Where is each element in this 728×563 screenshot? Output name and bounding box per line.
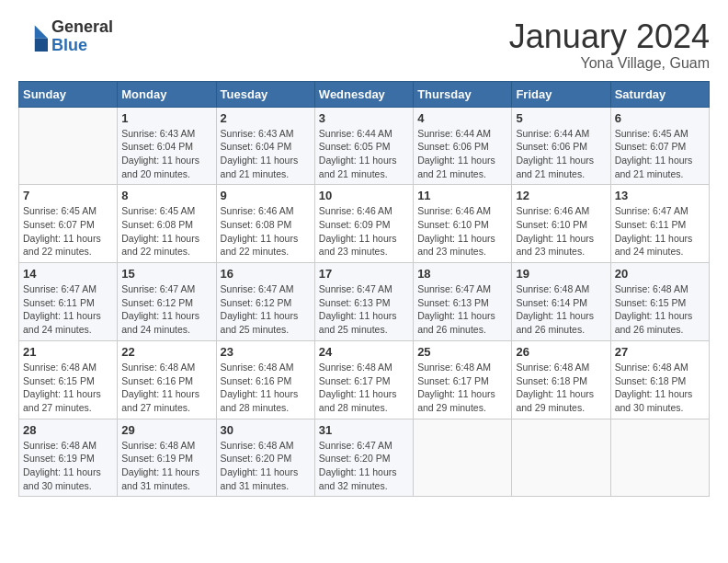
calendar-cell: 24Sunrise: 6:48 AM Sunset: 6:17 PM Dayli… <box>314 340 413 419</box>
day-number: 10 <box>319 189 409 202</box>
calendar-cell: 2Sunrise: 6:43 AM Sunset: 6:04 PM Daylig… <box>216 107 314 185</box>
day-number: 23 <box>221 345 311 359</box>
svg-marker-1 <box>35 39 48 52</box>
day-number: 12 <box>516 189 606 202</box>
weekday-header-cell: Saturday <box>610 81 709 107</box>
day-number: 29 <box>121 423 211 437</box>
calendar-cell: 7Sunrise: 6:45 AM Sunset: 6:07 PM Daylig… <box>19 185 118 263</box>
day-number: 9 <box>221 189 311 202</box>
calendar-cell: 18Sunrise: 6:47 AM Sunset: 6:13 PM Dayli… <box>414 263 512 341</box>
weekday-header-row: SundayMondayTuesdayWednesdayThursdayFrid… <box>19 81 710 107</box>
day-info: Sunrise: 6:44 AM Sunset: 6:06 PM Dayligh… <box>516 127 606 181</box>
day-number: 11 <box>417 189 507 202</box>
calendar-cell: 13Sunrise: 6:47 AM Sunset: 6:11 PM Dayli… <box>610 185 709 263</box>
day-number: 15 <box>121 267 211 281</box>
calendar-cell: 27Sunrise: 6:48 AM Sunset: 6:18 PM Dayli… <box>610 340 709 419</box>
day-info: Sunrise: 6:46 AM Sunset: 6:09 PM Dayligh… <box>319 204 409 259</box>
logo-general: General <box>51 17 113 36</box>
calendar-cell: 11Sunrise: 6:46 AM Sunset: 6:10 PM Dayli… <box>414 185 512 263</box>
day-info: Sunrise: 6:48 AM Sunset: 6:15 PM Dayligh… <box>615 282 705 337</box>
calendar-cell: 3Sunrise: 6:44 AM Sunset: 6:05 PM Daylig… <box>314 107 413 185</box>
day-number: 17 <box>319 267 409 281</box>
weekday-header-cell: Monday <box>118 81 216 107</box>
calendar-cell: 5Sunrise: 6:44 AM Sunset: 6:06 PM Daylig… <box>512 107 610 185</box>
day-number: 25 <box>417 345 507 359</box>
calendar-cell: 1Sunrise: 6:43 AM Sunset: 6:04 PM Daylig… <box>118 107 216 185</box>
day-number: 30 <box>221 423 311 437</box>
calendar-table: SundayMondayTuesdayWednesdayThursdayFrid… <box>18 81 710 498</box>
day-number: 24 <box>319 345 409 359</box>
day-info: Sunrise: 6:43 AM Sunset: 6:04 PM Dayligh… <box>121 127 211 181</box>
weekday-header-cell: Sunday <box>19 81 118 107</box>
day-info: Sunrise: 6:48 AM Sunset: 6:20 PM Dayligh… <box>221 439 311 493</box>
day-info: Sunrise: 6:48 AM Sunset: 6:18 PM Dayligh… <box>615 361 705 415</box>
day-info: Sunrise: 6:47 AM Sunset: 6:11 PM Dayligh… <box>615 204 705 259</box>
calendar-cell: 19Sunrise: 6:48 AM Sunset: 6:14 PM Dayli… <box>512 263 610 341</box>
day-number: 21 <box>23 345 113 359</box>
calendar-cell: 23Sunrise: 6:48 AM Sunset: 6:16 PM Dayli… <box>216 340 314 419</box>
logo: General Blue <box>18 18 113 55</box>
day-info: Sunrise: 6:44 AM Sunset: 6:05 PM Dayligh… <box>319 127 409 181</box>
calendar-cell <box>512 419 610 497</box>
day-number: 18 <box>417 267 507 281</box>
day-info: Sunrise: 6:48 AM Sunset: 6:17 PM Dayligh… <box>417 361 507 415</box>
day-number: 7 <box>23 189 113 202</box>
calendar-cell <box>414 419 512 497</box>
day-info: Sunrise: 6:46 AM Sunset: 6:10 PM Dayligh… <box>516 204 606 259</box>
calendar-row: 7Sunrise: 6:45 AM Sunset: 6:07 PM Daylig… <box>19 185 710 263</box>
day-info: Sunrise: 6:48 AM Sunset: 6:15 PM Dayligh… <box>23 361 113 415</box>
day-info: Sunrise: 6:48 AM Sunset: 6:19 PM Dayligh… <box>23 439 113 493</box>
day-number: 31 <box>319 423 409 437</box>
day-number: 3 <box>319 111 409 125</box>
day-number: 16 <box>221 267 311 281</box>
day-info: Sunrise: 6:48 AM Sunset: 6:16 PM Dayligh… <box>121 361 211 415</box>
day-info: Sunrise: 6:43 AM Sunset: 6:04 PM Dayligh… <box>221 127 311 181</box>
calendar-cell: 12Sunrise: 6:46 AM Sunset: 6:10 PM Dayli… <box>512 185 610 263</box>
day-number: 27 <box>615 345 705 359</box>
weekday-header-cell: Thursday <box>414 81 512 107</box>
calendar-row: 14Sunrise: 6:47 AM Sunset: 6:11 PM Dayli… <box>19 263 710 341</box>
weekday-header-cell: Wednesday <box>314 81 413 107</box>
day-number: 2 <box>221 111 311 125</box>
day-info: Sunrise: 6:45 AM Sunset: 6:07 PM Dayligh… <box>23 204 113 259</box>
day-number: 4 <box>417 111 507 125</box>
calendar-cell: 10Sunrise: 6:46 AM Sunset: 6:09 PM Dayli… <box>314 185 413 263</box>
day-number: 20 <box>615 267 705 281</box>
page-header: General Blue January 2024 Yona Village, … <box>18 18 710 72</box>
logo-icon <box>18 22 48 52</box>
day-number: 19 <box>516 267 606 281</box>
month-title: January 2024 <box>509 18 710 55</box>
day-number: 8 <box>121 189 211 202</box>
svg-marker-0 <box>35 25 48 38</box>
calendar-cell: 26Sunrise: 6:48 AM Sunset: 6:18 PM Dayli… <box>512 340 610 419</box>
calendar-cell: 14Sunrise: 6:47 AM Sunset: 6:11 PM Dayli… <box>19 263 118 341</box>
calendar-cell <box>610 419 709 497</box>
calendar-cell: 22Sunrise: 6:48 AM Sunset: 6:16 PM Dayli… <box>118 340 216 419</box>
day-info: Sunrise: 6:47 AM Sunset: 6:12 PM Dayligh… <box>221 282 311 337</box>
calendar-cell: 30Sunrise: 6:48 AM Sunset: 6:20 PM Dayli… <box>216 419 314 497</box>
day-number: 1 <box>121 111 211 125</box>
day-info: Sunrise: 6:47 AM Sunset: 6:13 PM Dayligh… <box>417 282 507 337</box>
day-info: Sunrise: 6:45 AM Sunset: 6:08 PM Dayligh… <box>121 204 211 259</box>
day-info: Sunrise: 6:46 AM Sunset: 6:10 PM Dayligh… <box>417 204 507 259</box>
calendar-cell: 9Sunrise: 6:46 AM Sunset: 6:08 PM Daylig… <box>216 185 314 263</box>
day-info: Sunrise: 6:45 AM Sunset: 6:07 PM Dayligh… <box>615 127 705 181</box>
calendar-cell: 4Sunrise: 6:44 AM Sunset: 6:06 PM Daylig… <box>414 107 512 185</box>
weekday-header-cell: Friday <box>512 81 610 107</box>
calendar-cell <box>19 107 118 185</box>
day-info: Sunrise: 6:48 AM Sunset: 6:17 PM Dayligh… <box>319 361 409 415</box>
day-number: 6 <box>615 111 705 125</box>
day-info: Sunrise: 6:48 AM Sunset: 6:14 PM Dayligh… <box>516 282 606 337</box>
calendar-cell: 21Sunrise: 6:48 AM Sunset: 6:15 PM Dayli… <box>19 340 118 419</box>
calendar-row: 28Sunrise: 6:48 AM Sunset: 6:19 PM Dayli… <box>19 419 710 497</box>
title-block: January 2024 Yona Village, Guam <box>509 18 710 72</box>
calendar-cell: 6Sunrise: 6:45 AM Sunset: 6:07 PM Daylig… <box>610 107 709 185</box>
day-number: 28 <box>23 423 113 437</box>
day-info: Sunrise: 6:46 AM Sunset: 6:08 PM Dayligh… <box>221 204 311 259</box>
location-title: Yona Village, Guam <box>509 55 710 72</box>
day-info: Sunrise: 6:47 AM Sunset: 6:13 PM Dayligh… <box>319 282 409 337</box>
day-number: 13 <box>615 189 705 202</box>
calendar-cell: 31Sunrise: 6:47 AM Sunset: 6:20 PM Dayli… <box>314 419 413 497</box>
calendar-cell: 28Sunrise: 6:48 AM Sunset: 6:19 PM Dayli… <box>19 419 118 497</box>
calendar-cell: 8Sunrise: 6:45 AM Sunset: 6:08 PM Daylig… <box>118 185 216 263</box>
